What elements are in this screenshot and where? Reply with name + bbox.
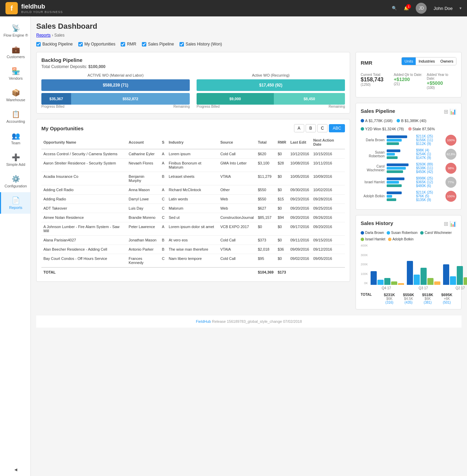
- opportunities-total-row: TOTAL $104,369 $173: [41, 267, 345, 277]
- filter-sales-history-checkbox[interactable]: [179, 42, 184, 47]
- rmr-tab-owners[interactable]: Owners: [438, 57, 456, 65]
- sh-grid-icon[interactable]: ⊞: [444, 221, 448, 227]
- pipeline-bar: [387, 184, 402, 187]
- search-icon[interactable]: 🔍: [392, 6, 397, 11]
- history-bar: [414, 275, 420, 285]
- cell-name: Alana Parisian4027: [41, 236, 126, 245]
- sh-header: Sales History ⊞ 📊: [361, 220, 456, 227]
- sidebar-item-configuration[interactable]: ⚙️ Configuration: [0, 171, 30, 192]
- cell-industry: Lorem ipsum: [166, 149, 218, 159]
- chart-label: Q4 17: [369, 286, 403, 290]
- sidebar-item-reports[interactable]: 📄 Reports: [0, 192, 30, 214]
- pipeline-bar: [387, 195, 392, 198]
- sidebar-item-team[interactable]: 👥 Team: [0, 128, 30, 149]
- pipeline-pie: 98%: [445, 163, 456, 174]
- sidebar-item-simple-add[interactable]: ➕ Simple Add: [0, 149, 30, 171]
- cell-last-edit: 09/09/2016: [288, 245, 311, 254]
- legend-dot-b: [397, 119, 400, 122]
- pipeline-row: Carol Wischmeier $260K (89)$538K (11)$45…: [361, 162, 456, 174]
- sidebar-item-accounting[interactable]: 📋 Accounting: [0, 106, 30, 128]
- chart-bars: [369, 244, 467, 285]
- cell-account: Darryl Lowe: [126, 195, 160, 204]
- cell-rmr: $0: [276, 185, 288, 195]
- sh-chart-icon[interactable]: 📊: [450, 221, 456, 227]
- table-row: Adding Cell Radio Anna Mason A Richard M…: [41, 185, 345, 195]
- sh-view-btns: ⊞ 📊: [444, 221, 456, 227]
- bell-icon[interactable]: 🔔1: [404, 6, 409, 11]
- filter-backlog[interactable]: Backlog Pipeline: [36, 42, 73, 47]
- opportunities-card: My Opportunities A B C ABC Opportunity N…: [36, 119, 350, 282]
- pipeline-bar: [387, 156, 398, 159]
- pipeline-bar: [387, 198, 396, 201]
- rmr-title: RMR: [361, 60, 372, 66]
- cell-s: B: [160, 172, 167, 185]
- col-rmr: RMR: [276, 136, 288, 149]
- table-row: Adding Radio Darryl Lowe C Latin words W…: [41, 195, 345, 204]
- footer-brand[interactable]: FieldHub: [196, 319, 211, 323]
- filter-rmr-checkbox[interactable]: [121, 42, 125, 47]
- cell-account: Frances Kennedy: [126, 254, 160, 268]
- cell-name: Alan Beecher Residence - Adding Cell: [41, 245, 126, 254]
- filter-btn-b[interactable]: B: [306, 124, 316, 132]
- pipeline-bar: [387, 170, 403, 173]
- sidebar-item-collapse[interactable]: ◀: [0, 463, 30, 476]
- rmr-tab-industries[interactable]: Industries: [416, 57, 438, 65]
- vendors-icon: 🏪: [12, 67, 20, 75]
- history-bar: [464, 277, 467, 285]
- cell-account: Brandie Moreno: [126, 213, 160, 222]
- cell-last-edit: 09/23/2016: [288, 195, 311, 204]
- table-row: Alana Parisian4027 Jonathan Mason B At v…: [41, 236, 345, 245]
- filter-btn-group: A B C ABC: [294, 124, 345, 132]
- filter-opportunities[interactable]: My Opportunities: [78, 42, 116, 47]
- history-total-col: $695K +6K (501): [437, 293, 456, 304]
- sidebar-label-simple-add: Simple Add: [6, 162, 25, 167]
- sidebar-item-warehouse[interactable]: 📦 Warehouse: [0, 84, 30, 106]
- history-legend-item: Susan Robertson: [387, 231, 417, 235]
- col-last-edit: Last Edit: [288, 136, 311, 149]
- cell-total: $95: [256, 254, 276, 268]
- sidebar-label-customers: Customers: [6, 55, 25, 59]
- pipeline-bar: [387, 181, 399, 184]
- user-dropdown-icon[interactable]: ▾: [459, 6, 462, 11]
- cell-total: $3,100: [256, 159, 276, 172]
- col-s: S: [160, 136, 167, 149]
- cell-next-action: 09/05/2016: [311, 254, 345, 268]
- filter-opportunities-checkbox[interactable]: [78, 42, 83, 47]
- filter-rmr[interactable]: RMR: [121, 42, 136, 47]
- y-labels: 400K 300K 200K 100K 0K: [361, 244, 369, 285]
- filter-sales-history[interactable]: Sales History (Won): [179, 42, 222, 47]
- rmr-tab-units[interactable]: Units: [402, 57, 416, 65]
- table-row: Access Control / Security / Camera Syste…: [41, 149, 345, 159]
- sp-chart-icon[interactable]: 📊: [450, 108, 456, 115]
- total-bar-teal: $17,450 (92): [197, 79, 345, 91]
- history-total-col: $518K $6K (381): [418, 293, 437, 304]
- filter-btn-c[interactable]: C: [317, 124, 328, 132]
- filter-backlog-checkbox[interactable]: [36, 42, 41, 47]
- breadcrumb: Reports › Sales: [36, 33, 462, 38]
- history-bar: [384, 278, 390, 285]
- cell-s: A: [160, 222, 167, 236]
- chart-bars-area: Q4 17Q3 17Q2 17Q1 17: [369, 244, 467, 290]
- cell-s: B: [160, 236, 167, 245]
- sidebar-item-customers[interactable]: 💼 Customers: [0, 41, 30, 63]
- sidebar-item-vendors[interactable]: 🏪 Vendors: [0, 63, 30, 84]
- rmr-added-year: Added Year to Date: +$5000 (100): [427, 73, 456, 90]
- filter-btn-abc[interactable]: ABC: [329, 124, 345, 132]
- filter-sales-pipeline-checkbox[interactable]: [142, 42, 146, 47]
- sidebar-item-flow-engine[interactable]: 📡 Flow Engine ®: [0, 20, 30, 41]
- cell-account: Antonio Parker: [126, 245, 160, 254]
- cell-industry: Lorem ipsum dolor sit amet: [166, 222, 218, 236]
- filter-btn-a[interactable]: A: [294, 124, 304, 132]
- sidebar-label-warehouse: Warehouse: [6, 98, 25, 102]
- legend-dot: [388, 238, 391, 241]
- filter-sales-pipeline[interactable]: Sales Pipeline: [142, 42, 174, 47]
- cell-s: B: [160, 245, 167, 254]
- rmr-card: RMR Units Industries Owners Current Tota…: [356, 52, 462, 97]
- breadcrumb-parent[interactable]: Reports: [36, 33, 51, 38]
- sp-view-btns: ⊞ 📊: [444, 108, 456, 115]
- history-bar: [377, 280, 384, 285]
- cell-last-edit: 09/20/2016: [288, 204, 311, 213]
- sp-grid-icon[interactable]: ⊞: [444, 108, 448, 115]
- rmr-year-sub: (100): [427, 86, 456, 90]
- cell-source: Web: [218, 204, 256, 213]
